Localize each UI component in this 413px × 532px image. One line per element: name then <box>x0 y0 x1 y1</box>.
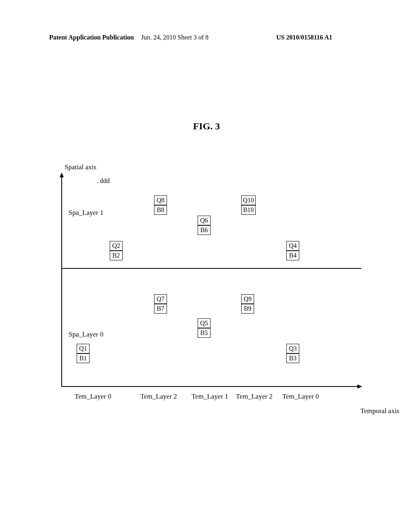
ddd-label: . ddd <box>97 177 110 185</box>
tem-layer-0a: Tem_Layer 0 <box>75 393 111 401</box>
box-b6: B6 <box>198 225 211 235</box>
box-q9: Q9 <box>241 294 254 304</box>
box-q1: Q1 <box>77 344 90 353</box>
header-right: US 2010/0158116 A1 <box>276 34 332 41</box>
box-b4: B4 <box>286 251 299 260</box>
spa-layer-1-label: Spa_Layer 1 <box>69 209 103 217</box>
x-axis-label: Temporal axis <box>360 407 399 415</box>
spatial-divider <box>61 268 361 269</box>
y-axis <box>61 173 62 387</box>
box-b9: B9 <box>241 304 254 314</box>
box-q8: Q8 <box>154 195 167 205</box>
box-q10: Q10 <box>241 195 256 205</box>
box-q4: Q4 <box>286 241 299 251</box>
header-center: Jun. 24, 2010 Sheet 3 of 8 <box>141 34 209 41</box>
box-b1: B1 <box>77 353 90 363</box>
box-q5: Q5 <box>198 318 211 328</box>
spa-layer-0-label: Spa_Layer 0 <box>69 330 103 339</box>
box-q6: Q6 <box>198 216 211 225</box>
box-b7: B7 <box>154 304 167 314</box>
box-b10: B10 <box>241 205 256 215</box>
box-q2: Q2 <box>110 241 123 251</box>
x-axis <box>61 386 361 387</box>
tem-layer-2b: Tem_Layer 2 <box>236 393 273 401</box>
y-axis-label: Spatial axis <box>65 163 96 171</box>
box-q3: Q3 <box>286 344 299 353</box>
box-q7: Q7 <box>154 294 167 304</box>
box-b8: B8 <box>154 205 167 215</box>
tem-layer-1: Tem_Layer 1 <box>192 393 228 401</box>
tem-layer-0b: Tem_Layer 0 <box>282 393 319 401</box>
diagram: Spatial axis . ddd Spa_Layer 1 Spa_Layer… <box>52 161 367 403</box>
figure-title: FIG. 3 <box>0 121 413 132</box>
box-b2: B2 <box>110 251 123 260</box>
box-b3: B3 <box>286 353 299 363</box>
box-b5: B5 <box>198 328 211 338</box>
tem-layer-2a: Tem_Layer 2 <box>140 393 177 401</box>
header-left: Patent Application Publication <box>49 34 134 41</box>
